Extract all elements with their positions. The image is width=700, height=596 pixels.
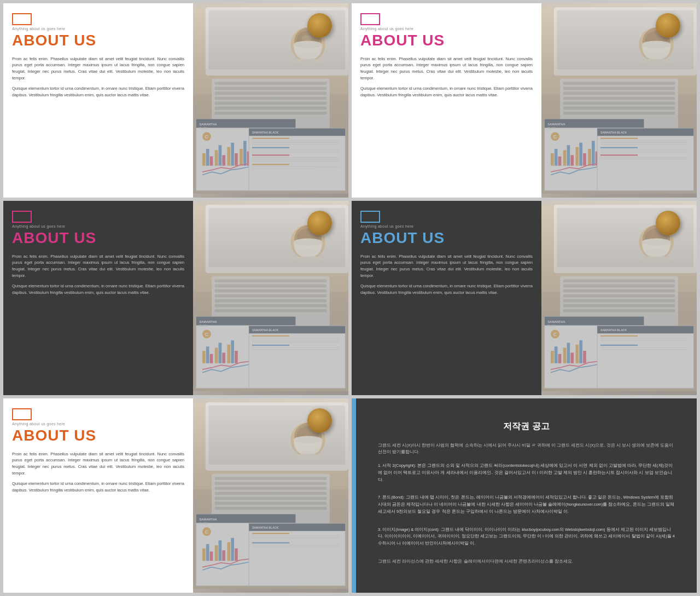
svg-rect-49 — [252, 166, 339, 167]
svg-rect-119 — [196, 317, 296, 326]
svg-rect-63 — [563, 107, 675, 110]
svg-text:SAMANTHA BLACK: SAMANTHA BLACK — [252, 328, 279, 332]
svg-rect-145 — [554, 205, 697, 273]
svg-rect-1 — [193, 7, 348, 94]
svg-rect-71 — [545, 119, 644, 128]
slide-4-title: ABOUT US — [360, 230, 533, 247]
slide-5: Anything about us goes here ABOUT US Pro… — [3, 398, 348, 593]
slide-5-body1: Proin ac felis enim. Phasellus vulputate… — [12, 451, 184, 477]
svg-rect-111 — [215, 304, 326, 308]
svg-rect-23 — [206, 149, 209, 166]
svg-point-156 — [643, 225, 670, 253]
svg-rect-90 — [600, 140, 687, 141]
svg-rect-70 — [545, 119, 644, 191]
svg-text:C: C — [205, 134, 209, 140]
svg-rect-22 — [202, 153, 206, 166]
svg-rect-184 — [193, 402, 348, 589]
svg-rect-103 — [206, 205, 348, 273]
slide-3: Anything about us goes here ABOUT US Pro… — [3, 201, 348, 395]
svg-rect-43 — [252, 152, 339, 153]
svg-rect-151 — [563, 294, 675, 298]
svg-rect-146 — [557, 208, 693, 267]
svg-rect-46 — [252, 159, 339, 160]
svg-rect-3 — [208, 10, 345, 70]
svg-rect-172 — [583, 351, 586, 363]
slide-2: Anything about us goes here ABOUT US Pro… — [352, 3, 697, 198]
svg-rect-149 — [563, 285, 675, 288]
svg-rect-118 — [196, 317, 296, 389]
svg-rect-42 — [252, 149, 339, 151]
svg-point-15 — [302, 35, 312, 41]
svg-rect-205 — [202, 548, 206, 561]
slide-4-body1: Proin ac felis enim. Phasellus vulputate… — [360, 253, 533, 279]
svg-rect-4 — [212, 79, 330, 129]
svg-rect-138 — [252, 345, 289, 346]
svg-rect-25 — [215, 150, 218, 165]
svg-rect-28 — [228, 147, 231, 166]
svg-rect-154 — [563, 309, 675, 313]
slide-4-body2: Quisque elementum tortor id urna condime… — [360, 283, 533, 296]
svg-text:C: C — [553, 332, 557, 337]
svg-point-158 — [642, 238, 670, 246]
svg-rect-11 — [215, 112, 326, 115]
svg-rect-45 — [252, 157, 339, 158]
slide-5-tagline: Anything about us goes here — [12, 422, 184, 426]
accent-box-1 — [12, 13, 32, 25]
svg-text:SAMANTHA BLACK: SAMANTHA BLACK — [600, 328, 627, 332]
svg-rect-97 — [600, 157, 687, 158]
copyright-s4-text: 그랜드 세컨 라이선스에 관한 세세한 사항은 슬레이에서이다면에 서세한 콘텐… — [378, 558, 675, 565]
slide-2-body2: Quisque elementum tortor id urna condime… — [360, 85, 533, 98]
svg-rect-76 — [558, 157, 562, 166]
copyright-intro: 그랜드 세컨 시(X)아시 한번이 사범의 협력에 소속하는 시에서 읽어 주사… — [378, 442, 675, 456]
svg-point-182 — [551, 329, 559, 338]
svg-point-14 — [297, 31, 319, 48]
svg-text:SAMANTHA: SAMANTHA — [547, 320, 565, 323]
svg-rect-148 — [563, 279, 675, 282]
svg-rect-106 — [215, 279, 326, 282]
svg-rect-147 — [560, 276, 678, 326]
svg-rect-91 — [600, 142, 687, 143]
svg-rect-37 — [252, 138, 289, 139]
svg-rect-193 — [215, 497, 326, 500]
svg-rect-135 — [252, 338, 339, 339]
slide-2-image: SAMANTHA BLACK SAMANTHA BLACK — [541, 3, 697, 198]
svg-point-199 — [294, 436, 322, 443]
svg-rect-44 — [252, 154, 289, 155]
svg-point-69 — [639, 59, 674, 65]
svg-text:SAMANTHA: SAMANTHA — [199, 123, 217, 126]
svg-point-159 — [639, 256, 674, 262]
svg-rect-2 — [206, 7, 348, 76]
svg-rect-34 — [249, 129, 345, 191]
accent-box-4 — [360, 211, 380, 223]
svg-point-116 — [294, 238, 322, 246]
svg-rect-208 — [215, 545, 218, 560]
svg-rect-29 — [231, 143, 234, 166]
svg-rect-174 — [597, 326, 693, 334]
slide-3-title: ABOUT US — [12, 230, 184, 247]
svg-text:SAMANTHA: SAMANTHA — [547, 123, 565, 126]
slide-1-image: SAMANTHA BLACK — [193, 3, 348, 198]
copyright-section-3: 3. 이이지(Image) & 여이지(cont): 그랜드 내에 닥이이이. … — [378, 526, 675, 553]
slide-1-photo: SAMANTHA BLACK — [193, 3, 348, 198]
slide-1-tagline: Anything about us goes here — [12, 27, 184, 31]
svg-rect-96 — [600, 154, 638, 155]
svg-rect-178 — [600, 340, 687, 341]
svg-text:C: C — [205, 332, 209, 337]
svg-rect-94 — [600, 149, 687, 151]
svg-text:SAMANTHA: SAMANTHA — [199, 320, 217, 323]
svg-text:BLACK: BLACK — [199, 522, 207, 525]
svg-rect-98 — [600, 159, 687, 160]
svg-point-13 — [294, 28, 322, 55]
slide-5-title: ABOUT US — [12, 427, 184, 444]
slide-5-photo: SAMANTHA BLACK SAMANTHA BLACK — [193, 398, 348, 593]
slide-1-body1: Proin ac felis enim. Phasellus vulputate… — [12, 56, 184, 82]
svg-rect-53 — [541, 7, 697, 194]
svg-rect-166 — [558, 354, 562, 363]
svg-point-114 — [294, 225, 322, 253]
svg-rect-62 — [563, 102, 675, 105]
svg-rect-79 — [570, 155, 574, 165]
svg-point-67 — [645, 31, 668, 48]
svg-rect-221 — [252, 545, 339, 546]
svg-rect-125 — [215, 348, 218, 363]
svg-rect-207 — [210, 552, 213, 561]
